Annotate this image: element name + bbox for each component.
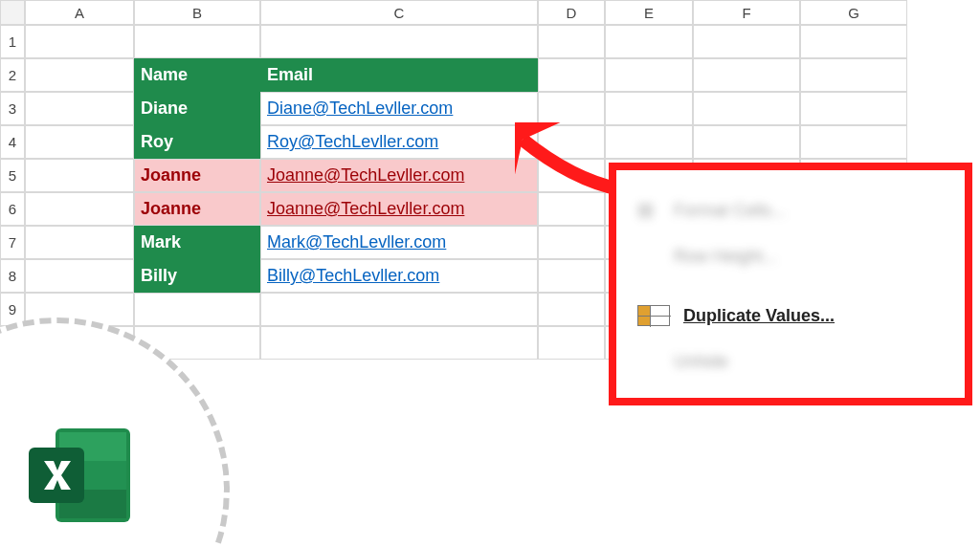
cell-E1[interactable] — [605, 25, 693, 58]
format-cells-icon: ▤ — [637, 199, 660, 222]
row-header-2[interactable]: 2 — [0, 58, 25, 92]
menu-item-label: Row Height... — [674, 247, 777, 267]
name-cell-3[interactable]: Joanne — [134, 159, 260, 192]
column-header-E[interactable]: E — [605, 0, 693, 25]
cell-A5[interactable] — [25, 159, 134, 192]
row-header-4[interactable]: 4 — [0, 125, 25, 159]
name-cell-6[interactable]: Billy — [134, 259, 260, 293]
cell-E4[interactable] — [605, 125, 693, 159]
name-cell-2[interactable]: Roy — [134, 125, 260, 159]
cell-F2[interactable] — [693, 58, 800, 92]
email-link[interactable]: Billy@TechLevller.com — [267, 266, 439, 286]
cell-D3[interactable] — [538, 92, 605, 125]
row-3: DianeDiane@TechLevller.com — [25, 92, 907, 125]
cell-A3[interactable] — [25, 92, 134, 125]
menu-item-label: Unhide — [674, 352, 728, 372]
cell-G4[interactable] — [800, 125, 907, 159]
cell-A2[interactable] — [25, 58, 134, 92]
row-1 — [25, 25, 907, 58]
cell-D1[interactable] — [538, 25, 605, 58]
cell-F4[interactable] — [693, 125, 800, 159]
column-headers: ABCDEFG — [25, 0, 907, 25]
row-header-6[interactable]: 6 — [0, 192, 25, 226]
cell-F1[interactable] — [693, 25, 800, 58]
cell-C9[interactable] — [260, 293, 538, 326]
cell-G3[interactable] — [800, 92, 907, 125]
cell-B9[interactable] — [134, 293, 260, 326]
context-menu-callout: ▤ Format Cells... Row Height... Duplicat… — [609, 163, 972, 405]
header-email-cell[interactable]: Email — [260, 58, 538, 92]
row-header-8[interactable]: 8 — [0, 259, 25, 293]
menu-item-format-cells[interactable]: ▤ Format Cells... — [637, 189, 944, 231]
email-cell-6[interactable]: Billy@TechLevller.com — [260, 259, 538, 293]
cell-D8[interactable] — [538, 259, 605, 293]
menu-item-unhide[interactable]: Unhide — [637, 340, 944, 383]
row-header-1[interactable]: 1 — [0, 25, 25, 58]
cell-E3[interactable] — [605, 92, 693, 125]
cell-F3[interactable] — [693, 92, 800, 125]
row-header-3[interactable]: 3 — [0, 92, 25, 125]
cell-B1[interactable] — [134, 25, 260, 58]
cell-A7[interactable] — [25, 226, 134, 259]
cell-D4[interactable] — [538, 125, 605, 159]
cell-A8[interactable] — [25, 259, 134, 293]
cell-A6[interactable] — [25, 192, 134, 226]
column-header-D[interactable]: D — [538, 0, 605, 25]
name-cell-4[interactable]: Joanne — [134, 192, 260, 226]
email-cell-5[interactable]: Mark@TechLevller.com — [260, 226, 538, 259]
row-height-icon — [637, 245, 660, 268]
cell-G1[interactable] — [800, 25, 907, 58]
cell-D5[interactable] — [538, 159, 605, 192]
unhide-icon — [637, 350, 660, 373]
cell-C10[interactable] — [260, 326, 538, 360]
row-header-7[interactable]: 7 — [0, 226, 25, 259]
column-header-A[interactable]: A — [25, 0, 134, 25]
email-link[interactable]: Mark@TechLevller.com — [267, 232, 446, 252]
email-cell-3[interactable]: Joanne@TechLevller.com — [260, 159, 538, 192]
menu-item-row-height[interactable]: Row Height... — [637, 235, 944, 277]
cell-D6[interactable] — [538, 192, 605, 226]
menu-item-label: Format Cells... — [674, 201, 786, 221]
cell-A1[interactable] — [25, 25, 134, 58]
cell-D9[interactable] — [538, 293, 605, 326]
menu-item-label: Duplicate Values... — [683, 306, 835, 326]
column-header-C[interactable]: C — [260, 0, 538, 25]
cell-G2[interactable] — [800, 58, 907, 92]
column-header-F[interactable]: F — [693, 0, 800, 25]
name-cell-1[interactable]: Diane — [134, 92, 260, 125]
row-header-5[interactable]: 5 — [0, 159, 25, 192]
email-link[interactable]: Diane@TechLevller.com — [267, 98, 453, 119]
name-cell-5[interactable]: Mark — [134, 226, 260, 259]
cell-D7[interactable] — [538, 226, 605, 259]
row-4: RoyRoy@TechLevller.com — [25, 125, 907, 159]
excel-logo-icon — [23, 423, 138, 528]
column-header-G[interactable]: G — [800, 0, 907, 25]
email-cell-4[interactable]: Joanne@TechLevller.com — [260, 192, 538, 226]
cell-D10[interactable] — [538, 326, 605, 360]
cell-C1[interactable] — [260, 25, 538, 58]
cell-D2[interactable] — [538, 58, 605, 92]
menu-item-duplicate-values[interactable]: Duplicate Values... — [637, 295, 944, 337]
header-name-cell[interactable]: Name — [134, 58, 260, 92]
email-link[interactable]: Joanne@TechLevller.com — [267, 165, 464, 186]
email-link[interactable]: Roy@TechLevller.com — [267, 132, 438, 152]
email-cell-2[interactable]: Roy@TechLevller.com — [260, 125, 538, 159]
cell-E2[interactable] — [605, 58, 693, 92]
row-headers: 12345678910 — [0, 25, 25, 360]
duplicate-values-icon — [637, 305, 670, 326]
email-link[interactable]: Joanne@TechLevller.com — [267, 199, 464, 219]
row-2: NameEmail — [25, 58, 907, 92]
select-all-corner[interactable] — [0, 0, 25, 25]
email-cell-1[interactable]: Diane@TechLevller.com — [260, 92, 538, 125]
cell-A4[interactable] — [25, 125, 134, 159]
column-header-B[interactable]: B — [134, 0, 260, 25]
